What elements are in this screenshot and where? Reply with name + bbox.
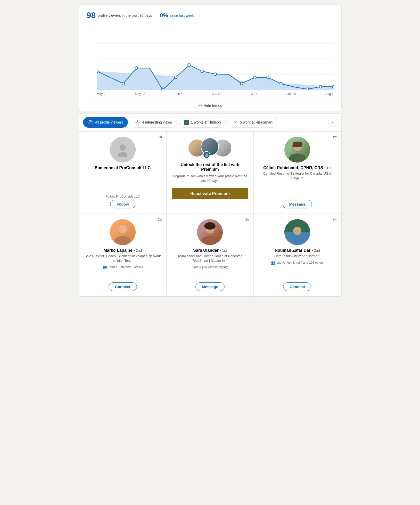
- profile-cell-premium: 🔒 Unlock the rest of the list with Premi…: [166, 131, 254, 214]
- change-label: since last week: [170, 13, 194, 18]
- avatar-celine: [284, 137, 310, 162]
- profile-cell-celine: 1w Céline Robichaud, CPHR, CRS • 1st Cer…: [254, 131, 341, 214]
- follow-prompt: Follow ProConsult LLC: [105, 194, 140, 198]
- profiles-grid: 3d Someone at ProConsult LLC Follow ProC…: [79, 131, 341, 297]
- svg-point-46: [204, 222, 216, 230]
- svg-point-18: [240, 82, 243, 85]
- svg-point-42: [118, 225, 127, 233]
- svg-point-14: [174, 76, 177, 79]
- follow-button[interactable]: Follow: [110, 200, 135, 208]
- svg-line-31: [139, 124, 139, 124]
- person-placeholder-icon: [115, 142, 130, 157]
- filter-all-viewers[interactable]: All profile viewers: [83, 117, 128, 128]
- avatar-group-premium: 🔒: [188, 138, 232, 158]
- connect-button-nouman[interactable]: Connect: [283, 282, 311, 291]
- stats-header: 98 profile viewers in the past 90 days 0…: [87, 11, 334, 20]
- filters-row: All profile viewers 4 interesting views: [79, 114, 341, 131]
- svg-point-35: [118, 152, 127, 157]
- connect-button-marko[interactable]: Connect: [109, 282, 137, 291]
- svg-point-27: [137, 121, 138, 123]
- profile-time-2w-sara: 2w: [245, 218, 249, 221]
- profile-connection-marko: 👥 Tomaz Tinta and 8 others: [103, 265, 143, 269]
- filter-hudson-label: 1 works at Hudson: [191, 120, 221, 124]
- next-filter-button[interactable]: ›: [328, 118, 337, 127]
- change-stat: 0% since last week: [160, 12, 194, 19]
- profile-name-sara: Sara Ulander • 1st: [193, 248, 227, 253]
- profile-title-nouman: Dare to think beyond "Normal"!: [274, 254, 320, 258]
- chart-container: 20 15 10 5 0: [87, 25, 334, 97]
- profile-cell-marko: 2w Marko Lapajne • 2nd Sales Trainer, Co…: [79, 214, 167, 296]
- svg-point-11: [122, 82, 124, 85]
- svg-point-17: [214, 73, 216, 76]
- svg-point-25: [89, 120, 90, 122]
- change-pct: 0%: [160, 12, 168, 19]
- avatar-nouman: [284, 219, 310, 245]
- viewers-count: 98: [87, 11, 96, 20]
- svg-point-10: [97, 70, 98, 73]
- svg-point-41: [114, 236, 131, 245]
- profile-title-celine: Certified Resume Strategist for Canada, …: [259, 171, 336, 181]
- filter-interesting-views-label: 4 interesting views: [142, 120, 172, 124]
- filter-risesmart-label: 5 work at RiseSmart: [240, 120, 273, 124]
- x-label-may9: May 9: [97, 92, 105, 96]
- profile-cell-anonymous: 3d Someone at ProConsult LLC Follow ProC…: [79, 131, 167, 214]
- svg-point-37: [289, 153, 306, 162]
- premium-unlock-title: Unlock the rest of the list with Premium: [172, 162, 248, 172]
- hudson-logo-icon: H: [184, 120, 189, 125]
- filter-all-viewers-label: All profile viewers: [95, 120, 123, 124]
- svg-point-26: [91, 121, 92, 122]
- profile-time-2w-nouman: 2w: [333, 218, 336, 221]
- filter-interesting-views[interactable]: 4 interesting views: [130, 117, 177, 128]
- x-label-aug1: Aug 1: [325, 92, 333, 96]
- svg-line-30: [136, 121, 136, 121]
- chevron-right-icon: ›: [332, 120, 333, 125]
- profile-title-marko: Sales Trainer, Coach, Business developer…: [85, 254, 161, 263]
- profile-via-sara: Found you via Messaging: [192, 265, 228, 269]
- svg-point-44: [202, 236, 218, 245]
- nouman-avatar-img: [284, 219, 310, 245]
- hide-trends-label: Hide trends: [204, 103, 222, 108]
- filter-hudson-views[interactable]: H 1 works at Hudson: [179, 117, 226, 128]
- chevron-up-icon: [198, 104, 202, 107]
- filters-card: All profile viewers 4 interesting views: [79, 113, 342, 297]
- lock-icon: 🔒: [203, 151, 210, 158]
- chart-x-labels: May 9 May 23 Jun 6 Jun 20 Jul 4 Jul 18 A…: [97, 91, 334, 96]
- x-label-jun20: Jun 20: [212, 92, 221, 96]
- connection-icon-marko: 👥: [103, 265, 107, 269]
- celine-avatar-img: [284, 137, 310, 162]
- profile-title-sara: Teamleader and Career Coach at Randstad …: [172, 254, 248, 263]
- people-icon: [88, 120, 93, 125]
- svg-point-16: [201, 70, 203, 73]
- profile-name-marko: Marko Lapajne • 2nd: [104, 248, 142, 253]
- svg-point-20: [266, 76, 269, 79]
- x-label-may23: May 23: [135, 92, 145, 96]
- filter-risesmart-views[interactable]: 5 work at RiseSmart: [228, 117, 277, 128]
- x-label-jul4: Jul 4: [251, 92, 258, 96]
- viewers-label: profile viewers in the past 90 days: [98, 13, 152, 18]
- premium-unlock-description: Upgrade to see who's viewed your profile…: [172, 174, 248, 183]
- avatar-marko: [110, 219, 136, 245]
- risesmart-icon: [233, 120, 238, 125]
- profile-time-1w: 1w: [333, 135, 336, 139]
- x-label-jun6: Jun 6: [175, 92, 182, 96]
- svg-point-21: [279, 82, 282, 85]
- svg-point-12: [135, 67, 137, 70]
- avatar-anonymous: [110, 137, 136, 162]
- svg-point-19: [253, 76, 256, 79]
- message-button-sara[interactable]: Message: [195, 282, 225, 291]
- profile-time-2w-marko: 2w: [158, 218, 162, 221]
- reactivate-premium-button[interactable]: Reactivate Premium: [172, 188, 248, 199]
- svg-point-22: [306, 88, 308, 90]
- sara-avatar-img: [197, 219, 223, 245]
- profile-time-3d: 3d: [159, 135, 162, 139]
- viewers-stat: 98 profile viewers in the past 90 days: [87, 11, 152, 20]
- message-button-celine[interactable]: Message: [283, 200, 312, 208]
- connection-icon-nouman: 👥: [271, 260, 275, 265]
- svg-point-15: [187, 64, 190, 67]
- svg-rect-39: [293, 142, 302, 147]
- marko-avatar-img: [110, 219, 136, 245]
- lightbulb-icon: [135, 120, 140, 125]
- svg-point-49: [293, 227, 301, 235]
- hide-trends-button[interactable]: Hide trends: [87, 100, 334, 111]
- profile-cell-nouman: 2w Nouman Zafar Dar • 2nd Dare to think …: [254, 214, 341, 296]
